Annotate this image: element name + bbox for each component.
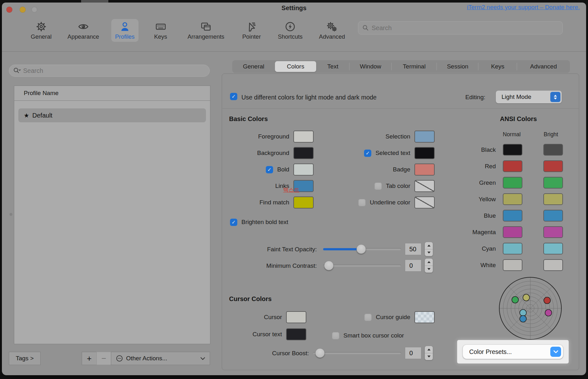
tab-keys[interactable]: Keys (478, 60, 517, 73)
color-wheel-dot[interactable] (544, 297, 551, 304)
color-well-cyan-bright[interactable] (543, 243, 563, 254)
profile-row-default[interactable]: ★ Default (18, 108, 206, 122)
selected-text-checkbox[interactable] (364, 150, 371, 157)
color-presets-dropdown[interactable]: Color Presets... (463, 344, 563, 359)
toolbar-item-shortcuts[interactable]: Shortcuts (274, 19, 306, 42)
editing-mode-popup[interactable]: Light Mode (496, 91, 562, 103)
faint-opacity-label: Faint Text Opacity: (267, 243, 317, 256)
toolbar-item-label: Appearance (67, 33, 99, 40)
color-wheel-dot[interactable] (523, 294, 530, 301)
min-contrast-stepper[interactable] (425, 258, 433, 273)
column-header: Profile Name (24, 90, 59, 97)
color-well-magenta-bright[interactable] (543, 226, 563, 238)
color-well-green-normal[interactable] (503, 177, 522, 189)
color-well-yellow-normal[interactable] (503, 193, 522, 205)
cursor-boost-slider[interactable] (313, 352, 401, 354)
color-wheel[interactable] (499, 277, 562, 340)
close-button[interactable] (6, 7, 12, 13)
color-well-find-match[interactable] (293, 196, 314, 209)
min-contrast-slider[interactable] (323, 265, 401, 267)
color-well-black-bright[interactable] (543, 144, 563, 156)
cursor-text-row: Cursor text (252, 328, 306, 340)
toolbar-item-pointer[interactable]: Pointer (239, 19, 265, 42)
smart-box-checkbox[interactable] (332, 332, 339, 339)
toolbar-item-arrangements[interactable]: Arrangements (184, 19, 228, 42)
color-well-yellow-bright[interactable] (543, 193, 563, 205)
bold-checkbox[interactable] (266, 166, 273, 173)
faint-opacity-stepper[interactable] (425, 242, 433, 256)
cursor-guide-checkbox[interactable] (364, 314, 372, 321)
toolbar-item-advanced[interactable]: Advanced (315, 19, 349, 42)
min-contrast-slider-thumb[interactable] (324, 261, 334, 270)
tab-text[interactable]: Text (316, 60, 349, 73)
tab-general[interactable]: General (232, 60, 275, 73)
zoom-button[interactable] (31, 7, 37, 13)
cursor-boost-stepper[interactable] (425, 346, 433, 360)
cursor-boost-value[interactable]: 0 (405, 347, 421, 359)
color-well-black-normal[interactable] (503, 144, 522, 156)
toolbar-item-general[interactable]: General (27, 19, 55, 42)
add-profile-button[interactable]: + (82, 352, 97, 365)
color-well-selected-text[interactable] (414, 147, 435, 159)
ansi-row-green: Green (479, 177, 563, 189)
red-annotation-text: 텍스트 (283, 186, 299, 194)
color-well-cursor-guide[interactable] (414, 311, 435, 323)
cursor-boost-label: Cursor Boost: (272, 347, 309, 360)
color-well-selection[interactable] (414, 131, 435, 143)
faint-opacity-value[interactable]: 50 (405, 243, 421, 255)
ansi-row-magenta: Magenta (472, 226, 563, 238)
toolbar-search-field[interactable] (358, 21, 563, 35)
color-well-cursor-text[interactable] (286, 328, 306, 340)
search-input[interactable] (372, 24, 559, 32)
color-well-cyan-normal[interactable] (503, 243, 522, 254)
color-well-red-bright[interactable] (543, 160, 563, 172)
color-wheel-dot[interactable] (520, 310, 527, 316)
remove-profile-button[interactable]: − (96, 352, 111, 365)
tab-session[interactable]: Session (437, 60, 478, 73)
cursor-boost-slider-thumb[interactable] (315, 348, 325, 358)
faint-opacity-slider-thumb[interactable] (356, 244, 366, 254)
color-well-green-bright[interactable] (543, 177, 563, 189)
profile-search-field[interactable] (9, 65, 210, 77)
color-well-blue-normal[interactable] (503, 210, 522, 222)
color-well-badge[interactable] (414, 164, 435, 176)
tab-color-checkbox[interactable] (374, 183, 382, 190)
color-wheel-dot[interactable] (512, 297, 519, 303)
profile-list-header[interactable]: Profile Name (14, 86, 210, 101)
color-well-background[interactable] (293, 147, 314, 159)
cursor-icon (246, 21, 257, 32)
color-wheel-dot[interactable] (545, 310, 552, 316)
toolbar-item-profiles[interactable]: Profiles (111, 19, 138, 42)
color-well-tab-color[interactable] (414, 180, 435, 192)
other-actions-button[interactable]: Other Actions... (111, 352, 210, 365)
chevron-down-icon[interactable] (550, 347, 561, 357)
color-well-white-normal[interactable] (503, 259, 522, 271)
color-well-white-bright[interactable] (543, 259, 563, 271)
tab-window[interactable]: Window (349, 60, 392, 73)
tags-button[interactable]: Tags > (9, 352, 41, 365)
color-well-foreground[interactable] (293, 131, 314, 143)
color-well-red-normal[interactable] (503, 160, 522, 172)
background-window-sliver (81, 0, 108, 3)
toolbar-item-keys[interactable]: Keys (150, 19, 171, 42)
minimize-button[interactable] (20, 7, 26, 13)
underline-color-checkbox[interactable] (358, 199, 366, 206)
tab-terminal[interactable]: Terminal (392, 60, 437, 73)
brighten-bold-checkbox[interactable] (230, 219, 237, 226)
toolbar-item-appearance[interactable]: Appearance (64, 19, 103, 42)
color-well-bold[interactable] (293, 164, 314, 176)
gears-icon (326, 21, 338, 32)
toolbar-item-label: Arrangements (188, 33, 224, 40)
color-well-cursor[interactable] (286, 311, 306, 323)
use-different-colors-checkbox[interactable] (230, 93, 237, 100)
tab-advanced[interactable]: Advanced (517, 60, 570, 73)
color-well-blue-bright[interactable] (543, 210, 563, 222)
color-well-magenta-normal[interactable] (503, 226, 522, 238)
ansi-row-red: Red (485, 160, 563, 172)
color-well-underline-color[interactable] (414, 196, 435, 209)
profile-search-input[interactable] (23, 67, 206, 74)
color-wheel-dot[interactable] (520, 316, 527, 322)
min-contrast-value[interactable]: 0 (405, 260, 421, 272)
donate-link[interactable]: iTerm2 needs your support – Donate here. (467, 4, 580, 11)
tab-colors[interactable]: Colors (275, 61, 316, 72)
